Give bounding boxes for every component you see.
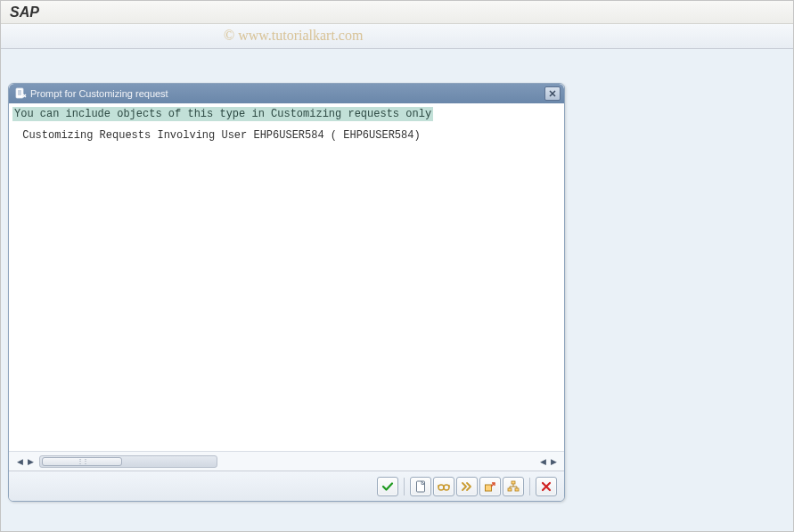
- app-toolbar: © www.tutorialkart.com: [1, 24, 793, 49]
- close-button[interactable]: [544, 86, 561, 101]
- scroll-right-end-arrow-icon[interactable]: ▶: [548, 455, 559, 468]
- separator: [529, 478, 530, 495]
- dialog-footer: [9, 471, 564, 501]
- scroll-right-arrow-icon[interactable]: ▶: [25, 455, 36, 468]
- next-button[interactable]: [456, 477, 478, 496]
- svg-rect-10: [508, 488, 512, 491]
- horizontal-scrollbar: ◀ ▶ ◀ ▶: [9, 451, 564, 471]
- close-icon: [548, 89, 557, 98]
- svg-point-7: [444, 485, 449, 490]
- info-message: You can include objects of this type in …: [12, 106, 561, 122]
- document-icon: [14, 87, 27, 100]
- box-arrow-icon: [483, 479, 497, 494]
- svg-rect-8: [486, 485, 492, 491]
- customizing-request-dialog: Prompt for Customizing request You can i…: [8, 83, 565, 502]
- own-requests-button[interactable]: [433, 477, 454, 496]
- svg-rect-0: [16, 88, 23, 98]
- watermark-text: © www.tutorialkart.com: [224, 28, 363, 44]
- hierarchy-icon: [506, 479, 520, 494]
- cancel-icon: [539, 479, 553, 494]
- scroll-left-arrow-icon[interactable]: ◀: [14, 455, 25, 468]
- scroll-left-end-arrow-icon[interactable]: ◀: [537, 455, 548, 468]
- create-request-button[interactable]: [410, 477, 431, 496]
- double-arrow-right-icon: [460, 479, 474, 494]
- dialog-titlebar[interactable]: Prompt for Customizing request: [9, 84, 564, 103]
- glasses-icon: [437, 479, 451, 494]
- scrollbar-thumb[interactable]: [42, 457, 122, 466]
- dialog-body: You can include objects of this type in …: [9, 103, 564, 451]
- continue-button[interactable]: [377, 477, 398, 496]
- svg-rect-9: [512, 481, 515, 484]
- main-area: Prompt for Customizing request You can i…: [1, 49, 793, 531]
- separator: [404, 478, 405, 495]
- check-icon: [381, 479, 395, 494]
- svg-rect-11: [515, 488, 519, 491]
- scrollbar-track[interactable]: [39, 455, 217, 468]
- app-titlebar: SAP: [1, 1, 793, 24]
- svg-point-6: [438, 485, 444, 490]
- info-message-text: You can include objects of this type in …: [12, 107, 433, 121]
- hierarchy-button[interactable]: [503, 477, 524, 496]
- body-spacer: [12, 143, 561, 448]
- cancel-button[interactable]: [536, 477, 557, 496]
- add-to-request-button[interactable]: [479, 477, 501, 496]
- dialog-title: Prompt for Customizing request: [30, 88, 544, 99]
- new-document-icon: [413, 479, 428, 494]
- app-title: SAP: [10, 4, 39, 20]
- request-user-line: Customizing Requests Involving User EHP6…: [12, 127, 561, 143]
